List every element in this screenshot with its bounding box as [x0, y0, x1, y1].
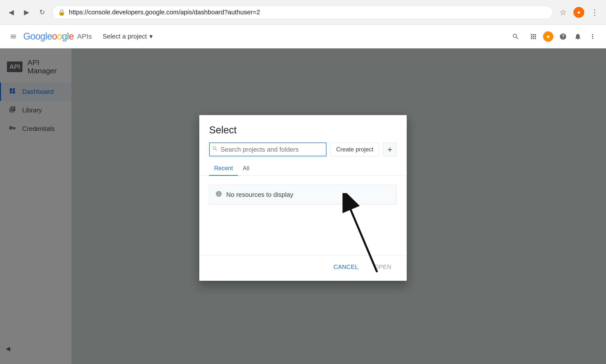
notifications-icon-button[interactable] [571, 30, 584, 43]
info-icon [215, 190, 222, 199]
secure-icon: 🔒 [58, 9, 65, 16]
search-input-wrap [209, 142, 326, 156]
browser-menu-icon[interactable]: ⋮ [589, 7, 600, 18]
apis-label: APIs [77, 33, 92, 40]
tab-recent[interactable]: Recent [209, 161, 238, 176]
project-select-label: Select a project [103, 33, 147, 40]
app-header: Googleoogle APIs Select a project ▾ ● [0, 25, 606, 48]
logo-e: e [69, 31, 74, 41]
create-project-button[interactable]: Create project [330, 142, 379, 156]
forward-button[interactable]: ▶ [21, 7, 32, 18]
cancel-button[interactable]: CANCEL [328, 260, 364, 274]
hamburger-menu[interactable] [7, 30, 20, 43]
select-project-dialog: Select Create project + Recent All [199, 115, 407, 281]
logo-o2: o [57, 31, 62, 41]
logo-g: Google [23, 31, 52, 41]
search-icon [212, 145, 218, 153]
plus-button[interactable]: + [383, 142, 397, 156]
back-button[interactable]: ◀ [6, 7, 17, 18]
logo-g2: g [62, 31, 67, 41]
tab-all[interactable]: All [238, 161, 254, 176]
search-projects-input[interactable] [209, 142, 326, 156]
browser-right-icons: ☆ ● ⋮ [558, 7, 600, 18]
apps-icon-button[interactable] [527, 30, 540, 43]
bookmark-icon[interactable]: ☆ [558, 7, 568, 18]
main-layout: API API Manager Dashboard Library [0, 48, 606, 364]
avatar-circle[interactable]: ● [573, 7, 584, 18]
dialog-search-row: Create project + [199, 142, 407, 161]
google-logo: Googleoogle APIs [23, 31, 92, 42]
dialog-body: No resources to display [199, 176, 407, 255]
address-bar[interactable]: 🔒 https://console.developers.google.com/… [52, 6, 553, 19]
url-text: https://console.developers.google.com/ap… [69, 8, 260, 16]
chevron-down-icon: ▾ [149, 33, 153, 40]
account-icon-button[interactable]: ● [542, 30, 555, 43]
browser-nav-icons: ◀ ▶ ↻ [6, 7, 47, 18]
browser-bar: ◀ ▶ ↻ 🔒 https://console.developers.googl… [0, 0, 606, 25]
no-resources-text: No resources to display [226, 191, 293, 199]
open-button: OPEN [369, 260, 397, 274]
no-resources-box: No resources to display [209, 185, 397, 205]
header-search-button[interactable] [509, 30, 522, 43]
logo-o1: o [52, 31, 57, 41]
header-right-icons: ● [527, 30, 599, 43]
dialog-footer: CANCEL OPEN [199, 255, 407, 281]
more-icon-button[interactable] [586, 30, 599, 43]
help-icon-button[interactable] [557, 30, 569, 43]
project-select-button[interactable]: Select a project ▾ [99, 30, 157, 43]
reload-button[interactable]: ↻ [37, 7, 47, 18]
dialog-title: Select [199, 115, 407, 142]
dialog-tabs: Recent All [199, 161, 407, 176]
